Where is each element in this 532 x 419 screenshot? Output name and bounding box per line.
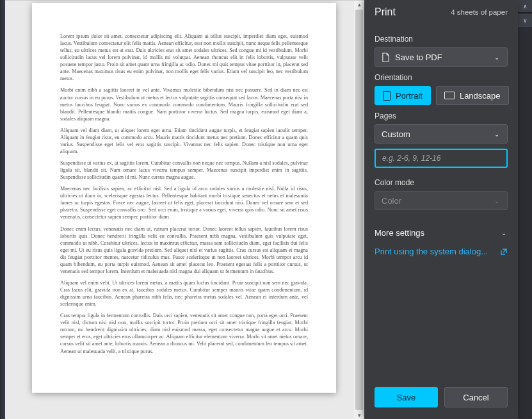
frame-scroll-down-button[interactable]: ∨ [518, 14, 532, 27]
destination-label: Destination [375, 35, 508, 44]
cancel-button[interactable]: Cancel [444, 387, 508, 407]
orientation-portrait-button[interactable]: Portrait [375, 86, 431, 105]
pdf-file-icon [382, 53, 390, 62]
print-panel-footer: Save Cancel [364, 378, 518, 419]
destination-select[interactable]: Save to PDF ⌄ [375, 47, 508, 67]
orientation-portrait-label: Portrait [396, 91, 423, 101]
preview-scrollbar[interactable] [354, 1, 364, 419]
portrait-icon [383, 91, 391, 101]
pages-range-input[interactable] [375, 149, 508, 168]
chevron-down-icon: ⌄ [493, 130, 501, 138]
chevron-down-icon: ⌄ [493, 197, 501, 204]
chevron-down-icon: ⌄ [493, 53, 501, 61]
color-mode-value: Color [382, 196, 401, 206]
frame-scroll-up-button[interactable]: ∧ [518, 0, 532, 13]
preview-scrollbar-thumb[interactable] [355, 10, 363, 410]
color-mode-select[interactable]: Color ⌄ [375, 191, 508, 210]
preview-paragraph: Aliquam vel enim velit. Ut ultrices lore… [60, 279, 308, 308]
landscape-icon [444, 92, 455, 99]
preview-paragraph: Cras tempor ligula in fermentum convalli… [60, 312, 308, 354]
more-settings-toggle[interactable]: More settings ⌄ [375, 222, 508, 243]
external-link-icon [500, 248, 508, 256]
system-dialog-link[interactable]: Print using the system dialog... [375, 243, 508, 260]
color-mode-label: Color mode [375, 178, 508, 187]
orientation-label: Orientation [375, 73, 508, 82]
print-preview-area: Lorem ipsum dolor sit amet, consectetur … [5, 0, 364, 419]
preview-page: Lorem ipsum dolor sit amet, consectetur … [32, 3, 336, 393]
more-settings-label: More settings [375, 228, 424, 238]
print-panel-body: Destination Save to PDF ⌄ Orientation Po… [364, 27, 518, 378]
preview-paragraph: Suspendisse ut varius ex, at sagittis lo… [60, 160, 308, 181]
save-button[interactable]: Save [375, 387, 438, 407]
sheet-count-label: 4 sheets of paper [451, 8, 508, 16]
preview-paragraph: Morbi enim nibh a sagittis laoreet in ve… [60, 86, 308, 122]
orientation-landscape-button[interactable]: Landscape [436, 86, 509, 105]
system-dialog-label: Print using the system dialog... [375, 247, 488, 256]
browser-left-frame [0, 0, 5, 419]
print-panel: Print 4 sheets of paper Destination Save… [364, 0, 518, 419]
pages-mode-select[interactable]: Custom ⌄ [375, 124, 508, 144]
orientation-landscape-label: Landscape [460, 91, 501, 101]
browser-right-frame: ∧ ∨ [518, 0, 532, 419]
chevron-down-icon: ⌄ [500, 229, 508, 237]
print-panel-header: Print 4 sheets of paper [364, 0, 518, 27]
preview-paragraph: Aliquam vel diam diam, ut aliquet lorem … [60, 127, 308, 155]
preview-paragraph: Donec enim lectus, venenatis nec diam ut… [60, 226, 308, 275]
pages-label: Pages [375, 111, 508, 120]
print-title: Print [375, 6, 396, 18]
preview-paragraph: Maecenas nec facilisis sapien, ac effici… [60, 185, 308, 220]
pages-mode-value: Custom [382, 129, 410, 139]
preview-paragraph: Lorem ipsum dolor sit amet, consectetur … [60, 33, 308, 82]
destination-value: Save to PDF [395, 53, 442, 62]
